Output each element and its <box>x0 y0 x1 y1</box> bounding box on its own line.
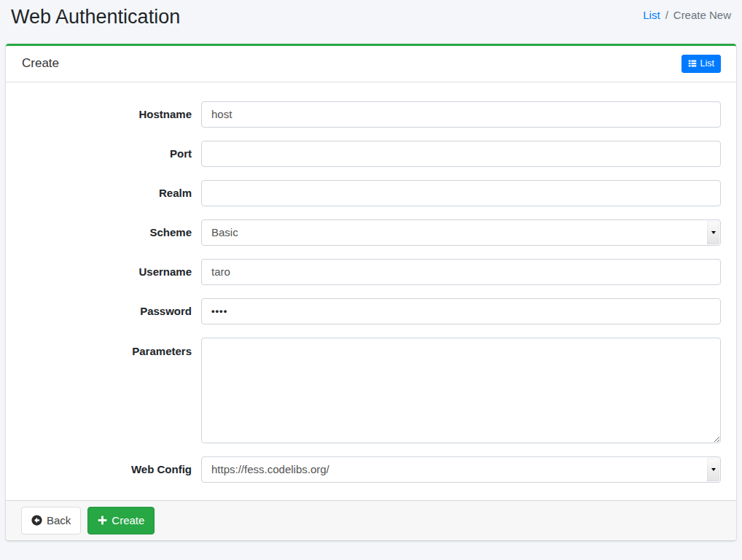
password-input[interactable] <box>201 298 721 324</box>
username-label: Username <box>12 265 192 278</box>
form-row-hostname: Hostname <box>12 101 721 128</box>
form-row-password: Password <box>12 298 721 324</box>
username-input[interactable] <box>201 259 721 285</box>
create-button[interactable]: Create <box>87 507 155 534</box>
hostname-label: Hostname <box>12 108 192 120</box>
hostname-input[interactable] <box>201 101 721 128</box>
parameters-label: Parameters <box>12 338 192 357</box>
content-header: Web Authentication List / Create New <box>0 0 742 38</box>
caret-down-icon <box>707 458 719 481</box>
breadcrumb-link-list[interactable]: List <box>643 9 660 21</box>
scheme-selected-value: Basic <box>202 226 707 238</box>
th-list-icon <box>688 59 697 68</box>
form-row-realm: Realm <box>12 180 721 206</box>
card-title: Create <box>22 56 59 71</box>
form-row-username: Username <box>12 259 721 285</box>
scheme-label: Scheme <box>12 226 192 238</box>
card-header: Create List <box>6 46 736 82</box>
breadcrumb-separator: / <box>665 9 668 21</box>
port-input[interactable] <box>201 141 721 167</box>
page-title: Web Authentication <box>11 4 180 29</box>
password-label: Password <box>12 305 192 317</box>
web-config-selected-value: https://fess.codelibs.org/ <box>202 463 707 475</box>
breadcrumb-current: Create New <box>673 9 731 21</box>
list-button-label: List <box>700 59 714 69</box>
create-button-label: Create <box>112 513 144 528</box>
scheme-select[interactable]: Basic <box>201 219 721 246</box>
parameters-textarea[interactable] <box>201 338 721 443</box>
card-footer: Back Create <box>6 500 736 540</box>
plus-icon <box>98 516 107 525</box>
form-row-port: Port <box>12 141 721 167</box>
breadcrumb: List / Create New <box>643 9 731 21</box>
web-config-select[interactable]: https://fess.codelibs.org/ <box>201 456 721 483</box>
list-button[interactable]: List <box>682 55 721 73</box>
form-row-web-config: Web Config https://fess.codelibs.org/ <box>12 456 721 483</box>
back-button-label: Back <box>47 513 71 528</box>
arrow-circle-left-icon <box>31 515 42 526</box>
realm-label: Realm <box>12 187 192 199</box>
form-row-scheme: Scheme Basic <box>12 219 721 246</box>
back-button[interactable]: Back <box>21 507 81 534</box>
caret-down-icon <box>707 221 719 244</box>
web-config-label: Web Config <box>12 463 192 475</box>
realm-input[interactable] <box>201 180 721 206</box>
port-label: Port <box>12 147 192 160</box>
create-form: Hostname Port Realm Scheme Basic <box>6 82 736 500</box>
form-row-parameters: Parameters <box>12 338 721 443</box>
create-card: Create List Hostname Port <box>6 44 736 540</box>
